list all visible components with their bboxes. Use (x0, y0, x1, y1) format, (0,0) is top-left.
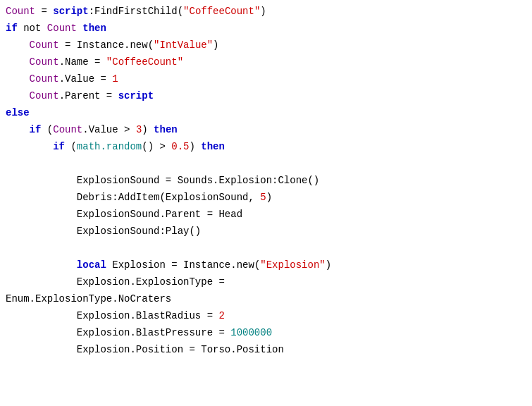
code-segment: () > (142, 141, 171, 152)
code-segment (6, 73, 30, 85)
code-line: Enum.ExplosionType.NoCraters (6, 290, 526, 307)
code-segment: 1000000 (230, 327, 272, 338)
code-segment (6, 124, 30, 135)
code-segment: ) (266, 192, 272, 203)
code-line: Explosion.BlastPressure = 1000000 (6, 324, 526, 341)
code-segment: .Value > (82, 124, 136, 135)
code-segment: = (59, 39, 77, 51)
code-line: Explosion.Position = Torso.Position (6, 341, 526, 358)
code-segment: Count (47, 23, 77, 34)
code-segment: .Parent = (59, 90, 118, 102)
code-line: Explosion.BlastRadius = 2 (6, 307, 526, 324)
code-segment: script (118, 90, 154, 102)
code-segment: Explosion.BlastRadius = (6, 310, 218, 321)
code-line: Explosion.ExplosionType = (6, 273, 526, 290)
code-segment: Count (30, 90, 59, 102)
code-segment: ) (326, 259, 331, 271)
code-segment: if (53, 141, 65, 152)
code-line: Count.Name = "CoffeeCount" (6, 54, 526, 70)
code-segment: Explosion.BlastPressure = (6, 327, 230, 338)
code-segment: "IntValue" (154, 39, 213, 51)
code-segment: .random (100, 141, 142, 152)
code-segment: 1 (112, 73, 118, 85)
code-segment: 5 (260, 192, 266, 203)
code-segment: then (82, 23, 106, 34)
code-segment: ( (65, 141, 77, 152)
code-segment: else (6, 107, 30, 118)
code-line: if (math.random() > 0.5) then (6, 138, 526, 155)
code-line (6, 155, 526, 172)
code-editor: Count = script:FindFirstChild("CoffeeCou… (0, 0, 532, 406)
code-segment (6, 141, 53, 152)
code-segment: 2 (218, 310, 224, 321)
code-segment (6, 90, 30, 102)
code-segment: Count (30, 39, 59, 51)
code-segment: .Value = (59, 73, 113, 85)
code-segment (6, 39, 30, 51)
code-segment: ExplosionSound.Parent = Head (6, 209, 242, 220)
code-line: Count.Parent = script (6, 87, 526, 104)
code-segment: Explosion = (106, 259, 183, 271)
code-segment: ) (190, 141, 202, 152)
code-segment: ) (142, 124, 154, 135)
code-segment: Count (6, 6, 35, 17)
code-line: local Explosion = Instance.new("Explosio… (6, 257, 526, 273)
code-segment: Count (30, 56, 59, 68)
code-segment: Instance (77, 39, 124, 51)
code-segment (77, 23, 82, 34)
code-segment: "CoffeeCount" (183, 6, 260, 17)
code-segment: Explosion.Position = Torso.Position (6, 344, 284, 355)
code-segment: Count (53, 124, 82, 135)
code-segment: :FindFirstChild( (89, 6, 183, 17)
code-segment: ( (41, 124, 53, 135)
code-line: Count = Instance.new("IntValue") (6, 37, 526, 54)
code-segment: "CoffeeCount" (106, 56, 183, 68)
code-segment: Instance (183, 259, 230, 271)
code-segment: local (77, 259, 106, 271)
code-segment: if (30, 124, 42, 135)
code-segment: .new( (124, 39, 154, 51)
code-segment: 0.5 (171, 141, 189, 152)
code-segment: Explosion.ExplosionType = (6, 276, 225, 288)
code-segment: then (154, 124, 178, 135)
code-segment: not (18, 23, 47, 34)
code-line: ExplosionSound.Parent = Head (6, 206, 526, 223)
code-line: ExplosionSound = Sounds.Explosion:Clone(… (6, 172, 526, 189)
code-segment: .new( (230, 259, 260, 271)
code-line: ExplosionSound:Play() (6, 223, 526, 240)
code-segment (6, 56, 30, 68)
code-segment: ) (213, 39, 218, 51)
code-line: if (Count.Value > 3) then (6, 121, 526, 138)
code-line: else (6, 104, 526, 121)
code-segment: script (53, 6, 88, 17)
code-segment: Debris:AddItem(ExplosionSound, (6, 192, 260, 203)
code-line: Debris:AddItem(ExplosionSound, 5) (6, 189, 526, 206)
code-segment: "Explosion" (260, 259, 325, 271)
code-line: Count = script:FindFirstChild("CoffeeCou… (6, 3, 526, 20)
code-segment (6, 259, 77, 271)
code-segment: ExplosionSound = Sounds.Explosion:Clone(… (6, 175, 319, 186)
code-segment: ) (260, 6, 266, 17)
code-segment: Enum.ExplosionType.NoCraters (6, 293, 171, 304)
code-line: if not Count then (6, 20, 526, 37)
code-line: Count.Value = 1 (6, 70, 526, 87)
code-segment: math (77, 141, 101, 152)
code-segment: if (6, 23, 18, 34)
code-segment: Count (30, 73, 59, 85)
code-segment: = (35, 6, 53, 17)
code-line (6, 240, 526, 257)
code-segment: ExplosionSound:Play() (6, 226, 201, 237)
code-segment: then (201, 141, 225, 152)
code-segment: .Name = (59, 56, 106, 68)
